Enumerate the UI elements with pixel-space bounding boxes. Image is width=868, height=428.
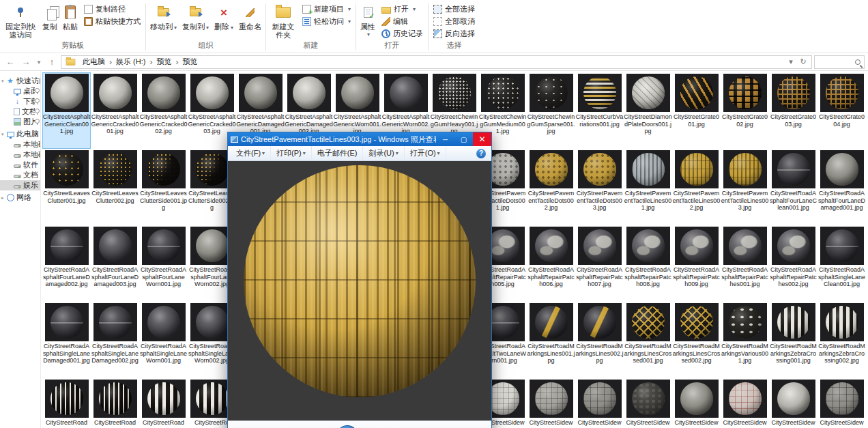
file-item[interactable]: CityStreetRoadAsphaltRepairPatch007.jpg (575, 225, 624, 302)
expander-icon[interactable]: ▾ (1, 79, 7, 84)
file-item[interactable]: CityStreetRoadAsphaltFourLaneDamaged002.… (42, 225, 91, 302)
file-item[interactable]: CityStreetSidew (672, 378, 721, 428)
up-button[interactable]: ↑ (45, 55, 59, 69)
file-item[interactable]: CityStreetSidew (818, 378, 866, 428)
file-item[interactable]: CityStreetAsphaltGenericCracked002.jpg (139, 72, 188, 149)
file-item[interactable]: CityStreetGrate003.jpg (769, 72, 818, 149)
file-item[interactable]: CityStreetPavementTactileLines001.jpg (624, 149, 672, 225)
file-item[interactable]: CityStreetSidew (575, 378, 624, 428)
file-item[interactable]: CityStreetRoadMarkingsLines002.jpg (575, 302, 624, 378)
properties-button[interactable]: ✓ 属性 ▾ (358, 1, 378, 39)
close-button[interactable]: ✕ (473, 132, 491, 146)
new-folder-button[interactable]: 新建文件夹 (267, 1, 299, 39)
delete-button[interactable]: × 删除▾ (212, 1, 236, 32)
file-item[interactable]: CityStreetCurbVariations001.jpg (575, 72, 624, 149)
copy-to-button[interactable]: 复制到▾ (179, 1, 212, 32)
file-item[interactable]: CityStreetLeavesClutterSide001.jpg (139, 149, 188, 225)
edit-button[interactable]: 编辑 (379, 16, 425, 27)
viewer-menu-item[interactable]: 刻录(U)▾ (363, 146, 404, 160)
sidebar-item-star[interactable]: ▾★快速访问 (0, 76, 40, 86)
address-dropdown-icon[interactable]: ▾ (785, 57, 797, 66)
minimize-button[interactable]: ─ (436, 132, 454, 146)
file-item[interactable]: CityStreetDiamondPlateDoors001.jpg (624, 72, 672, 149)
copy-path-button[interactable]: 复制路径 (82, 4, 143, 14)
invert-selection-button[interactable]: 反向选择 (431, 29, 477, 39)
forward-button[interactable]: → (19, 55, 33, 69)
file-item[interactable]: CityStreetRoadAsphaltRepairPatch006.jpg (527, 225, 575, 302)
file-item[interactable]: CityStreetRoadAsphaltFourLaneClean001.jp… (769, 149, 818, 225)
maximize-button[interactable]: ▢ (454, 132, 473, 146)
file-item[interactable]: CityStreetGrate001.jpg (672, 72, 721, 149)
file-item[interactable]: CityStreetRoadAsphaltSingleLaneWorn001.j… (139, 302, 188, 378)
file-item[interactable]: CityStreetRoadAsphaltSingleLaneDamaged00… (91, 302, 139, 378)
file-item[interactable]: CityStreetRoad (139, 378, 188, 428)
file-item[interactable]: CityStreetRoad (42, 378, 91, 428)
file-item[interactable]: CityStreetPavementTactileDots002.jpg (527, 149, 575, 225)
viewer-menu-item[interactable]: 打开(O)▾ (405, 146, 446, 160)
paste-shortcut-button[interactable]: 粘贴快捷方式 (82, 16, 143, 27)
file-item[interactable]: CityStreetRoadAsphaltRepairPatches001.jp… (721, 225, 769, 302)
breadcrumb-item[interactable]: 预览 (179, 57, 201, 67)
sidebar-item-download[interactable]: ↓下载 (0, 96, 40, 106)
new-item-button[interactable]: 新建项目 ▾ (300, 4, 353, 14)
file-item[interactable]: CityStreetSidew (721, 378, 769, 428)
viewer-menu-item[interactable]: 打印(P)▾ (271, 146, 312, 160)
pin-to-quick-access-button[interactable]: 固定到快速访问 (1, 1, 40, 39)
select-none-button[interactable]: 全部取消 (431, 16, 477, 27)
recent-locations-button[interactable]: ▾ (35, 55, 43, 69)
sidebar-item-computer[interactable]: ▾此电脑 (0, 129, 40, 139)
search-input[interactable] (814, 55, 865, 69)
address-bar[interactable]: 此电脑›娱乐 (H:)›预览›预览 ▾ ↻ (61, 55, 812, 69)
file-item[interactable]: CityStreetRoadAsphaltRepairPatch009.jpg (672, 225, 721, 302)
sidebar-item-pictures[interactable]: 图片 (0, 117, 40, 127)
file-item[interactable]: CityStreetRoadAsphaltSingleLaneClean001.… (818, 225, 866, 302)
breadcrumb-item[interactable]: 此电脑 (79, 57, 108, 67)
file-item[interactable]: CityStreetRoadMarkingsVarious001.jpg (721, 302, 769, 378)
history-button[interactable]: 历史记录 (379, 29, 425, 39)
paste-button[interactable]: 粘贴 (60, 1, 81, 31)
file-item[interactable]: CityStreetSidew (624, 378, 672, 428)
sidebar-item-network[interactable]: ▸网络 (0, 192, 40, 203)
viewer-titlebar[interactable]: CityStreetPavementTactileLines003.jpg - … (228, 132, 491, 146)
file-item[interactable]: CityStreetAsphaltGenericClean001.jpg (42, 72, 91, 149)
file-item[interactable]: CityStreetChewingGumSparse001.jpg (527, 72, 575, 149)
expander-icon[interactable]: ▾ (1, 132, 7, 137)
file-item[interactable]: CityStreetGrate002.jpg (721, 72, 769, 149)
file-item[interactable]: CityStreetRoadAsphaltSingleLaneDamaged00… (42, 302, 91, 378)
sidebar-item-drive[interactable]: 本地磁盘 (D:) (0, 149, 40, 160)
easy-access-button[interactable]: 轻松访问 ▾ (300, 16, 353, 27)
copy-button[interactable]: 复制 (40, 1, 60, 31)
sidebar-item-drive[interactable]: 娱乐 (H:) (0, 180, 40, 190)
slideshow-button[interactable]: ▶ (336, 425, 359, 428)
file-item[interactable]: CityStreetLeavesClutter001.jpg (42, 149, 91, 225)
file-item[interactable]: CityStreetPavementTactileDots003.jpg (575, 149, 624, 225)
file-item[interactable]: CityStreetRoadAsphaltFourLaneDamaged003.… (91, 225, 139, 302)
file-item[interactable]: CityStreetRoadMarkingsLinesCrossed001.jp… (624, 302, 672, 378)
file-item[interactable]: CityStreetRoadMarkingsZebraCrossing002.j… (818, 302, 866, 378)
file-item[interactable]: CityStreetRoadAsphaltRepairPatch008.jpg (624, 225, 672, 302)
viewer-menu-item[interactable]: 电子邮件(E) (312, 146, 364, 160)
breadcrumb-item[interactable]: 预览 (153, 57, 175, 67)
select-all-button[interactable]: 全部选择 (431, 4, 477, 14)
file-item[interactable]: CityStreetRoad (91, 378, 139, 428)
back-button[interactable]: ← (3, 55, 17, 69)
file-item[interactable]: CityStreetLeavesClutter002.jpg (91, 149, 139, 225)
file-item[interactable]: CityStreetRoadAsphaltFourLaneDamaged001.… (818, 149, 866, 225)
file-item[interactable]: CityStreetRoadMarkingsLinesCrossed002.jp… (672, 302, 721, 378)
open-button[interactable]: 打开 ▾ (379, 4, 425, 14)
expander-icon[interactable]: ▸ (1, 195, 7, 201)
file-item[interactable]: CityStreetGrate004.jpg (818, 72, 866, 149)
file-item[interactable]: CityStreetAsphaltGenericCracked001.jpg (91, 72, 139, 149)
help-button[interactable]: ? (476, 149, 486, 158)
sidebar-item-document[interactable]: 文档 (0, 106, 40, 117)
sidebar-item-drive[interactable]: 软件 (E:) (0, 160, 40, 170)
file-item[interactable]: CityStreetRoadMarkingsZebraCrossing001.j… (769, 302, 818, 378)
sidebar-item-desktop[interactable]: 桌面 (0, 86, 40, 96)
file-item[interactable]: CityStreetSidew (769, 378, 818, 428)
sidebar-item-drive[interactable]: 文档 (F:) (0, 170, 40, 180)
viewer-menu-item[interactable]: 文件(F)▾ (231, 146, 271, 160)
file-item[interactable]: CityStreetRoadAsphaltRepairPatches002.jp… (769, 225, 818, 302)
breadcrumb-item[interactable]: 娱乐 (H:) (113, 57, 149, 67)
file-item[interactable]: CityStreetRoadAsphaltFourLaneWorn001.jpg (139, 225, 188, 302)
move-to-button[interactable]: 移动到▾ (147, 1, 179, 32)
